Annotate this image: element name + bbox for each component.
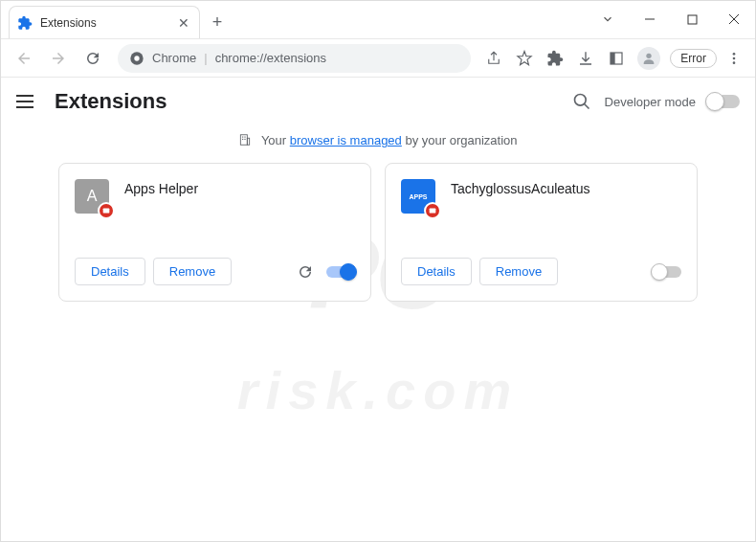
extension-name: Apps Helper: [124, 179, 198, 246]
remove-button[interactable]: Remove: [479, 258, 558, 285]
omnibox-divider: |: [204, 51, 207, 65]
details-button[interactable]: Details: [401, 258, 472, 285]
extension-name: TachyglossusAculeatus: [451, 179, 590, 246]
managed-post-text: by your organization: [402, 133, 518, 147]
download-icon[interactable]: [572, 45, 599, 72]
managed-link[interactable]: browser is managed: [290, 133, 402, 147]
svg-point-7: [733, 53, 736, 56]
chevron-down-icon[interactable]: [598, 0, 617, 38]
minimize-button[interactable]: [640, 0, 659, 38]
managed-banner: Your browser is managed by your organiza…: [58, 125, 698, 163]
svg-point-10: [574, 95, 586, 106]
extension-card: A Apps Helper Details Remove: [58, 163, 371, 302]
svg-rect-12: [241, 135, 248, 146]
extensions-grid: A Apps Helper Details Remove APPS Tachyg…: [58, 163, 698, 302]
developer-mode-toggle[interactable]: [707, 95, 740, 108]
svg-rect-14: [243, 137, 244, 138]
browser-tab[interactable]: Extensions ✕: [9, 6, 200, 38]
omnibox-context: Chrome: [152, 51, 196, 65]
svg-rect-16: [243, 139, 244, 140]
page-title: Extensions: [55, 89, 167, 114]
reload-button[interactable]: [78, 43, 108, 74]
tab-close-button[interactable]: ✕: [176, 15, 191, 31]
extension-card: APPS TachyglossusAculeatus Details Remov…: [385, 163, 698, 302]
extension-puzzle-icon: [17, 15, 33, 31]
extension-enable-toggle[interactable]: [653, 266, 681, 278]
avatar-letter: A: [87, 188, 98, 205]
svg-point-3: [134, 56, 139, 60]
watermark-sub: risk.com: [237, 359, 519, 421]
extension-enable-toggle[interactable]: [326, 266, 355, 278]
side-panel-icon[interactable]: [603, 45, 630, 72]
maximize-button[interactable]: [682, 0, 701, 38]
developer-mode-label: Developer mode: [605, 95, 696, 109]
window-controls: [587, 0, 755, 38]
kebab-menu-icon[interactable]: [721, 45, 747, 72]
svg-rect-18: [103, 209, 110, 214]
share-icon[interactable]: [480, 45, 507, 72]
building-icon: [238, 133, 252, 149]
svg-point-8: [733, 56, 736, 59]
close-window-button[interactable]: [724, 0, 744, 38]
toolbar: Chrome | chrome://extensions Error: [1, 39, 755, 78]
page-header: Extensions Developer mode: [1, 78, 755, 125]
address-bar[interactable]: Chrome | chrome://extensions: [118, 44, 471, 73]
hamburger-menu-icon[interactable]: [16, 90, 39, 113]
chrome-icon: [129, 51, 145, 66]
bookmark-star-icon[interactable]: [511, 45, 538, 72]
reload-extension-icon[interactable]: [292, 259, 319, 285]
svg-line-11: [584, 104, 589, 109]
svg-rect-19: [430, 209, 436, 214]
back-button[interactable]: [9, 43, 39, 74]
svg-rect-13: [248, 138, 250, 145]
extensions-icon[interactable]: [542, 45, 568, 72]
content-area: Your browser is managed by your organiza…: [1, 125, 755, 302]
search-icon[interactable]: [570, 90, 593, 113]
avatar-letter: APPS: [409, 193, 427, 200]
svg-rect-1: [688, 15, 697, 24]
remove-button[interactable]: Remove: [153, 258, 232, 285]
profile-avatar-icon[interactable]: [637, 47, 660, 70]
error-indicator[interactable]: Error: [670, 49, 717, 68]
extension-avatar: APPS: [401, 179, 435, 214]
svg-point-6: [647, 53, 652, 57]
titlebar: Extensions ✕ +: [1, 1, 755, 39]
forward-button[interactable]: [43, 43, 74, 74]
svg-rect-15: [245, 137, 246, 138]
svg-point-9: [733, 61, 736, 64]
managed-pre-text: Your: [261, 133, 290, 147]
extension-avatar: A: [75, 179, 109, 214]
omnibox-url: chrome://extensions: [215, 51, 326, 65]
tab-title: Extensions: [40, 16, 168, 30]
warning-badge-icon: [424, 202, 441, 219]
warning-badge-icon: [98, 202, 115, 219]
new-tab-button[interactable]: +: [204, 9, 231, 35]
svg-rect-5: [611, 53, 615, 64]
svg-rect-17: [245, 139, 246, 140]
details-button[interactable]: Details: [75, 258, 145, 285]
